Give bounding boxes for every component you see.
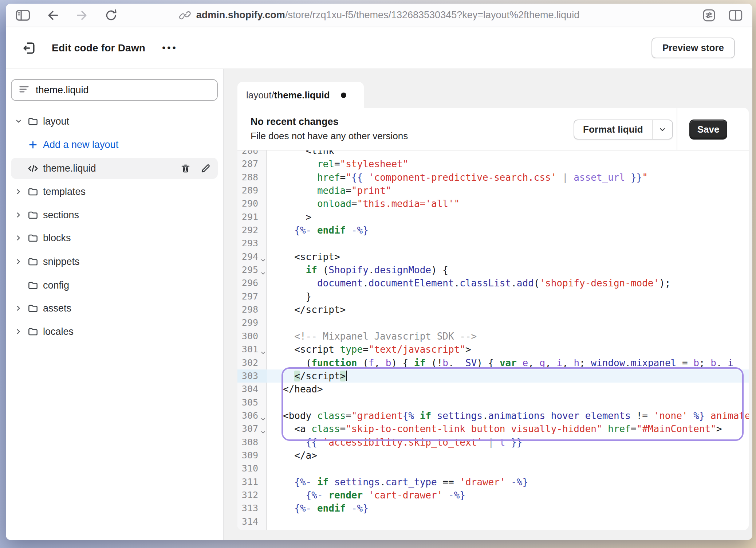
sidebar-item-layout[interactable]: layout bbox=[11, 111, 218, 132]
tree-chevron[interactable] bbox=[13, 257, 24, 266]
back-icon[interactable] bbox=[46, 9, 60, 21]
code-line-313[interactable]: 313 {%- endif -%} bbox=[237, 502, 749, 515]
code-line-311[interactable]: 311 {%- if settings.cart_type == 'drawer… bbox=[237, 475, 749, 489]
code-text: {%- if settings.cart_type == 'drawer' -%… bbox=[267, 475, 749, 489]
code-editor[interactable]: 286 <link287 rel="stylesheet"288 href="{… bbox=[237, 150, 749, 530]
code-line-304[interactable]: 304</head> bbox=[237, 383, 749, 396]
delete-icon[interactable] bbox=[180, 163, 191, 174]
format-liquid-dropdown[interactable] bbox=[652, 120, 672, 139]
code-line-301[interactable]: 301 <script type="text/javascript"> bbox=[237, 343, 749, 356]
address-bar[interactable]: admin.shopify.com/store/rzq1xu-f5/themes… bbox=[179, 4, 579, 27]
folder-icon bbox=[27, 326, 39, 337]
fold-chevron-icon[interactable] bbox=[260, 416, 266, 422]
reload-icon[interactable] bbox=[104, 8, 118, 22]
code-line-293[interactable]: 293 bbox=[237, 237, 749, 250]
code-line-308[interactable]: 308 {{ 'accessibility.skip_to_text' | t … bbox=[237, 436, 749, 449]
code-line-290[interactable]: 290 onload="this.media='all'" bbox=[237, 197, 749, 210]
url-text: admin.shopify.com/store/rzq1xu-f5/themes… bbox=[196, 9, 579, 21]
code-line-302[interactable]: 302 (function (f, b) { if (!b.__SV) { va… bbox=[237, 356, 749, 369]
code-text: {% sections 'header-group' %} bbox=[267, 528, 749, 530]
code-line-300[interactable]: 300 <!-- Mixpanel Javascript SDK --> bbox=[237, 330, 749, 343]
line-number: 310 bbox=[237, 462, 267, 475]
page-title: Edit code for Dawn bbox=[52, 42, 145, 54]
code-line-297[interactable]: 297 } bbox=[237, 290, 749, 303]
tab-theme-liquid[interactable]: layout/theme.liquid bbox=[237, 82, 364, 109]
code-line-295[interactable]: 295 if (Shopify.designMode) { bbox=[237, 263, 749, 277]
code-line-315[interactable]: 315 {% sections 'header-group' %} bbox=[237, 528, 749, 530]
code-line-292[interactable]: 292 {%- endif -%} bbox=[237, 224, 749, 237]
sidebar-item-locales[interactable]: locales bbox=[11, 321, 218, 342]
code-line-294[interactable]: 294 <script> bbox=[237, 250, 749, 263]
sidebar-item-templates[interactable]: templates bbox=[11, 181, 218, 202]
code-line-312[interactable]: 312 {%- render 'cart-drawer' -%} bbox=[237, 489, 749, 502]
tree-chevron[interactable] bbox=[13, 234, 24, 242]
sidebar-toggle-icon[interactable] bbox=[15, 9, 31, 22]
code-line-303[interactable]: 303 </script> bbox=[237, 369, 749, 383]
code-line-298[interactable]: 298 </script> bbox=[237, 303, 749, 316]
code-line-299[interactable]: 299 bbox=[237, 316, 749, 329]
line-number: 303 bbox=[237, 369, 267, 383]
line-number: 293 bbox=[237, 237, 267, 250]
text-cursor bbox=[346, 371, 347, 381]
sidebar-item-config[interactable]: config bbox=[11, 275, 218, 296]
code-line-296[interactable]: 296 document.documentElement.classList.a… bbox=[237, 277, 749, 290]
code-line-309[interactable]: 309 </a> bbox=[237, 449, 749, 462]
code-text: </script> bbox=[267, 303, 749, 316]
sidebar-item-assets[interactable]: assets bbox=[11, 298, 218, 319]
chevron-right-icon bbox=[14, 327, 23, 336]
code-text: if (Shopify.designMode) { bbox=[267, 263, 749, 277]
code-text: <!-- Mixpanel Javascript SDK --> bbox=[267, 330, 749, 343]
code-line-286[interactable]: 286 <link bbox=[237, 150, 749, 157]
more-menu-button[interactable]: ••• bbox=[162, 42, 177, 54]
code-text: {%- endif -%} bbox=[267, 224, 749, 237]
sidebar-item-blocks[interactable]: blocks bbox=[11, 227, 218, 248]
line-number: 308 bbox=[237, 436, 267, 449]
code-text: </a> bbox=[267, 449, 749, 462]
code-line-287[interactable]: 287 rel="stylesheet" bbox=[237, 157, 749, 171]
tree-chevron[interactable] bbox=[13, 117, 24, 126]
edit-icon[interactable] bbox=[200, 163, 211, 174]
tree-chevron[interactable] bbox=[13, 327, 24, 336]
folder-icon bbox=[27, 256, 39, 267]
fold-chevron-icon[interactable] bbox=[260, 429, 266, 435]
split-view-icon[interactable] bbox=[728, 9, 743, 22]
sidebar-item-theme-liquid[interactable]: theme.liquid bbox=[11, 158, 218, 179]
sidebar-item-snippets[interactable]: snippets bbox=[11, 251, 218, 272]
code-line-291[interactable]: 291 > bbox=[237, 211, 749, 224]
code-line-310[interactable]: 310 bbox=[237, 462, 749, 475]
file-search-input[interactable]: theme.liquid bbox=[11, 79, 218, 101]
fold-chevron-icon[interactable] bbox=[260, 270, 266, 277]
tree-chevron[interactable] bbox=[13, 304, 24, 313]
extensions-icon[interactable] bbox=[702, 8, 716, 22]
fold-chevron-icon[interactable] bbox=[260, 350, 266, 356]
plus-icon bbox=[28, 140, 38, 150]
code-text: <a class="skip-to-content-link button vi… bbox=[267, 422, 749, 435]
code-text: } bbox=[267, 290, 749, 303]
tree-chevron[interactable] bbox=[13, 211, 24, 219]
code-line-305[interactable]: 305 bbox=[237, 396, 749, 409]
chevron-down-icon bbox=[14, 117, 23, 126]
tree-item-label: blocks bbox=[43, 232, 71, 244]
exit-icon[interactable] bbox=[21, 40, 37, 56]
sidebar-item-sections[interactable]: sections bbox=[11, 204, 218, 226]
format-liquid-button[interactable]: Format liquid bbox=[574, 120, 652, 139]
line-number: 315 bbox=[237, 528, 267, 530]
save-button[interactable]: Save bbox=[689, 120, 727, 140]
code-line-288[interactable]: 288 href="{{ 'component-predictive-searc… bbox=[237, 171, 749, 184]
tree-chevron[interactable] bbox=[13, 187, 24, 196]
code-line-306[interactable]: 306<body class="gradient{% if settings.a… bbox=[237, 409, 749, 422]
code-text: <link bbox=[267, 150, 749, 157]
folder-icon bbox=[27, 210, 39, 221]
fold-chevron-icon[interactable] bbox=[260, 257, 266, 263]
line-number: 311 bbox=[237, 475, 267, 489]
code-text: media="print" bbox=[267, 184, 749, 197]
preview-store-button[interactable]: Preview store bbox=[651, 38, 735, 58]
sidebar-item-add-a-new-layout[interactable]: Add a new layout bbox=[11, 134, 218, 155]
code-line-314[interactable]: 314 bbox=[237, 515, 749, 528]
code-line-289[interactable]: 289 media="print" bbox=[237, 184, 749, 197]
editor-panel-header: No recent changes File does not have any… bbox=[237, 108, 749, 150]
forward-icon[interactable] bbox=[75, 9, 89, 21]
code-text: href="{{ 'component-predictive-search.cs… bbox=[267, 171, 749, 184]
code-line-307[interactable]: 307 <a class="skip-to-content-link butto… bbox=[237, 422, 749, 435]
code-text bbox=[267, 396, 749, 409]
